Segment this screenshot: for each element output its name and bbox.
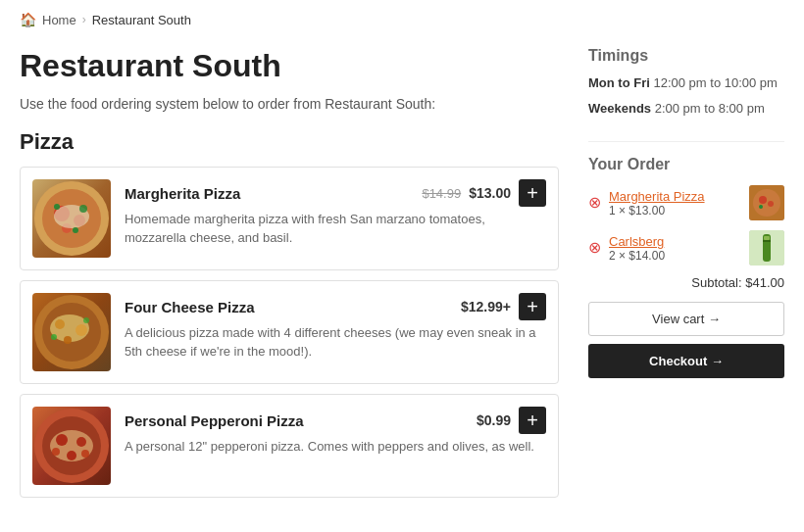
order-title: Your Order [588,156,784,173]
timing-weekend: Weekends 2:00 pm to 8:00 pm [588,100,784,118]
order-item-carlsberg: ⊗ Carlsberg 2 × $14.00 [588,230,784,266]
menu-item-name-margherita: Margherita Pizza [125,185,240,202]
home-icon: 🏠 [20,12,36,27]
svg-point-12 [55,319,65,329]
order-item-qty-margherita: 1 × $13.00 [609,204,741,218]
svg-point-13 [75,324,87,336]
order-item-thumb-margherita [749,185,784,220]
svg-point-29 [759,205,763,209]
menu-item-four-cheese: Four Cheese Pizza $12.99+ + A delicious … [20,280,559,384]
svg-point-8 [73,227,78,233]
order-item-details-carlsberg: Carlsberg 2 × $14.00 [609,234,741,263]
menu-item-price-four-cheese: $12.99+ + [461,293,546,320]
page-description: Use the food ordering system below to or… [20,96,559,112]
timing-weekend-label: Weekends [588,101,651,116]
svg-point-27 [759,196,767,204]
price-new-pepperoni: $0.99 [477,412,511,428]
timings-title: Timings [588,47,784,65]
subtotal-label: Subtotal: [691,275,741,290]
menu-item-price-pepperoni: $0.99 + [477,407,546,434]
order-item-margherita: ⊗ Margherita Pizza 1 × $13.00 [588,185,784,220]
add-pepperoni-button[interactable]: + [519,407,546,434]
price-new-margherita: $13.00 [469,185,511,201]
menu-item-price-margherita: $14.99 $13.00 + [422,179,546,207]
svg-point-7 [79,205,87,213]
sidebar: Timings Mon to Fri 12:00 pm to 10:00 pm … [588,47,784,378]
breadcrumb-current: Restaurant South [92,13,191,27]
menu-item-desc-pepperoni: A personal 12" pepperoni pizza. Comes wi… [125,438,546,456]
menu-item-info-four-cheese: Four Cheese Pizza $12.99+ + A delicious … [125,293,546,360]
menu-item-name-pepperoni: Personal Pepperoni Pizza [125,412,304,429]
timing-weekday: Mon to Fri 12:00 pm to 10:00 pm [588,74,784,92]
content-area: Restaurant South Use the food ordering s… [20,47,559,508]
menu-item-desc-four-cheese: A delicious pizza made with 4 different … [125,324,546,360]
menu-item-image-four-cheese [32,293,111,371]
svg-point-20 [56,434,68,446]
menu-item-pepperoni: Personal Pepperoni Pizza $0.99 + A perso… [20,394,559,498]
price-new-four-cheese: $12.99+ [461,299,511,314]
timings-section: Timings Mon to Fri 12:00 pm to 10:00 pm … [588,47,784,118]
remove-carlsberg-button[interactable]: ⊗ [588,240,601,256]
price-old-margherita: $14.99 [422,186,461,201]
add-four-cheese-button[interactable]: + [519,293,546,320]
menu-item-info-margherita: Margherita Pizza $14.99 $13.00 + Homemad… [125,179,546,246]
svg-point-22 [67,451,76,460]
breadcrumb-home-link[interactable]: Home [42,13,76,27]
svg-point-16 [83,317,89,323]
add-margherita-button[interactable]: + [519,179,546,207]
order-item-name-carlsberg[interactable]: Carlsberg [609,234,741,249]
svg-point-26 [753,189,780,217]
menu-item-image-margherita [32,179,111,258]
view-cart-button[interactable]: View cart → [588,302,784,336]
breadcrumb-separator: › [82,13,86,26]
order-item-thumb-carlsberg [749,230,784,266]
subtotal-value: $41.00 [745,275,784,290]
svg-point-21 [76,437,86,447]
remove-margherita-button[interactable]: ⊗ [588,195,601,211]
timing-weekday-label: Mon to Fri [588,75,650,90]
menu-item-image-pepperoni [32,407,111,485]
section-heading-pizza: Pizza [20,129,559,155]
checkout-button[interactable]: Checkout → [588,344,784,378]
menu-item-desc-margherita: Homemade margherita pizza with fresh San… [125,211,546,246]
svg-rect-32 [764,236,770,240]
order-item-details-margherita: Margherita Pizza 1 × $13.00 [609,189,741,218]
menu-item-info-pepperoni: Personal Pepperoni Pizza $0.99 + A perso… [125,407,546,456]
svg-rect-33 [763,240,771,242]
breadcrumb: 🏠 Home › Restaurant South [20,12,784,27]
svg-point-23 [52,448,60,456]
svg-point-14 [64,336,72,344]
timing-weekday-hours: 12:00 pm to 10:00 pm [653,75,777,90]
menu-item-margherita: Margherita Pizza $14.99 $13.00 + Homemad… [20,167,559,270]
subtotal-row: Subtotal: $41.00 [588,275,784,290]
svg-point-15 [51,334,57,340]
page-title: Restaurant South [20,47,559,84]
svg-point-24 [81,450,89,458]
menu-item-name-four-cheese: Four Cheese Pizza [125,299,255,315]
timing-weekend-hours: 2:00 pm to 8:00 pm [655,101,765,116]
svg-point-6 [54,204,60,210]
order-item-name-margherita[interactable]: Margherita Pizza [609,189,741,204]
order-section: Your Order ⊗ Margherita Pizza 1 × $13.00 [588,141,784,378]
svg-point-28 [768,201,774,207]
order-item-qty-carlsberg: 2 × $14.00 [609,249,741,263]
